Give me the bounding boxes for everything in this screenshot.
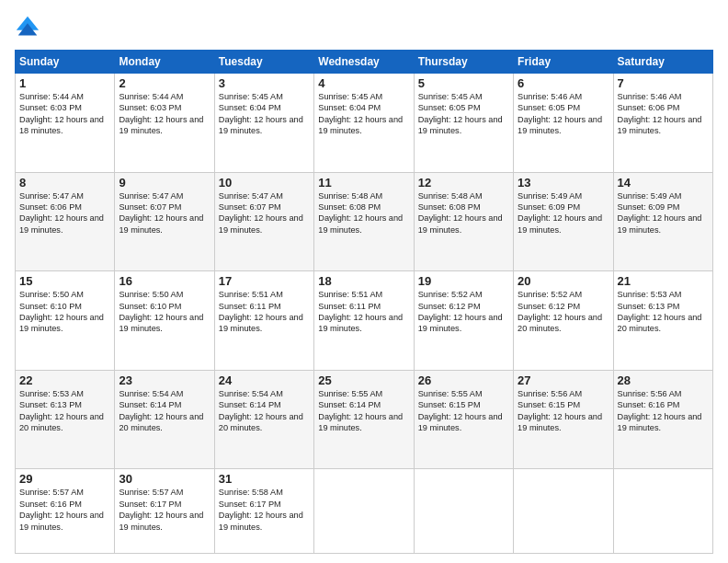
sunrise-label: Sunrise: 5:50 AM [119,290,183,299]
sunrise-label: Sunrise: 5:54 AM [119,389,183,398]
sunrise-label: Sunrise: 5:45 AM [219,92,283,101]
sunset-label: Sunset: 6:10 PM [119,302,181,311]
day-number: 24 [219,373,310,387]
sunset-label: Sunset: 6:15 PM [418,400,481,409]
day-info: Sunrise: 5:56 AM Sunset: 6:15 PM Dayligh… [518,388,609,434]
sunrise-label: Sunrise: 5:44 AM [119,92,183,101]
day-info: Sunrise: 5:55 AM Sunset: 6:14 PM Dayligh… [318,388,409,434]
sunrise-label: Sunrise: 5:46 AM [618,92,682,101]
calendar-cell: 5 Sunrise: 5:45 AM Sunset: 6:05 PM Dayli… [414,74,513,173]
sunset-label: Sunset: 6:12 PM [418,302,481,311]
day-number: 22 [19,373,110,387]
day-info: Sunrise: 5:53 AM Sunset: 6:13 PM Dayligh… [19,388,110,434]
day-info: Sunrise: 5:54 AM Sunset: 6:14 PM Dayligh… [219,388,310,434]
calendar-table: SundayMondayTuesdayWednesdayThursdayFrid… [15,50,713,554]
sunrise-label: Sunrise: 5:47 AM [19,191,84,201]
daylight-label: Daylight: 12 hours and 19 minutes. [19,313,104,333]
daylight-label: Daylight: 12 hours and 19 minutes. [219,213,303,234]
calendar-cell: 7 Sunrise: 5:46 AM Sunset: 6:06 PM Dayli… [613,74,712,173]
sunrise-label: Sunrise: 5:48 AM [418,191,483,201]
day-number: 5 [418,76,509,90]
day-info: Sunrise: 5:58 AM Sunset: 6:17 PM Dayligh… [219,487,310,533]
day-info: Sunrise: 5:52 AM Sunset: 6:12 PM Dayligh… [518,289,609,335]
day-info: Sunrise: 5:51 AM Sunset: 6:11 PM Dayligh… [219,289,310,335]
calendar-cell: 23 Sunrise: 5:54 AM Sunset: 6:14 PM Dayl… [115,370,214,469]
day-number: 9 [119,176,210,190]
sunrise-label: Sunrise: 5:58 AM [219,488,283,497]
sunset-label: Sunset: 6:16 PM [19,500,82,509]
sunset-label: Sunset: 6:08 PM [318,202,381,212]
sunrise-label: Sunrise: 5:50 AM [19,290,84,299]
day-number: 18 [318,274,409,288]
calendar-cell: 12 Sunrise: 5:48 AM Sunset: 6:08 PM Dayl… [414,172,513,271]
day-info: Sunrise: 5:47 AM Sunset: 6:07 PM Dayligh… [119,190,210,236]
daylight-label: Daylight: 12 hours and 19 minutes. [19,511,104,531]
day-info: Sunrise: 5:47 AM Sunset: 6:07 PM Dayligh… [219,190,310,236]
daylight-label: Daylight: 12 hours and 19 minutes. [418,412,503,432]
calendar-cell: 29 Sunrise: 5:57 AM Sunset: 6:16 PM Dayl… [16,469,115,554]
day-info: Sunrise: 5:45 AM Sunset: 6:04 PM Dayligh… [219,91,310,137]
sunset-label: Sunset: 6:17 PM [219,500,281,509]
sunset-label: Sunset: 6:04 PM [219,103,281,112]
sunrise-label: Sunrise: 5:51 AM [219,290,283,299]
day-number: 27 [518,373,609,387]
day-info: Sunrise: 5:54 AM Sunset: 6:14 PM Dayligh… [119,388,210,434]
daylight-label: Daylight: 12 hours and 19 minutes. [219,115,303,135]
calendar-cell [613,469,712,554]
daylight-label: Daylight: 12 hours and 19 minutes. [618,213,702,234]
daylight-label: Daylight: 12 hours and 19 minutes. [119,313,203,333]
header [15,15,713,40]
daylight-label: Daylight: 12 hours and 19 minutes. [318,313,403,333]
day-info: Sunrise: 5:46 AM Sunset: 6:06 PM Dayligh… [618,91,709,137]
sunset-label: Sunset: 6:03 PM [19,103,82,112]
calendar-cell: 15 Sunrise: 5:50 AM Sunset: 6:10 PM Dayl… [16,271,115,371]
daylight-label: Daylight: 12 hours and 19 minutes. [518,213,602,234]
calendar-cell: 27 Sunrise: 5:56 AM Sunset: 6:15 PM Dayl… [514,370,613,469]
day-number: 11 [318,176,409,190]
calendar-cell: 13 Sunrise: 5:49 AM Sunset: 6:09 PM Dayl… [514,172,613,271]
daylight-label: Daylight: 12 hours and 20 minutes. [618,313,702,333]
daylight-label: Daylight: 12 hours and 19 minutes. [219,511,303,531]
sunset-label: Sunset: 6:05 PM [418,103,481,112]
calendar-header-row: SundayMondayTuesdayWednesdayThursdayFrid… [16,51,713,74]
daylight-label: Daylight: 12 hours and 19 minutes. [119,115,203,135]
day-info: Sunrise: 5:49 AM Sunset: 6:09 PM Dayligh… [518,190,609,236]
day-info: Sunrise: 5:45 AM Sunset: 6:04 PM Dayligh… [318,91,409,137]
day-info: Sunrise: 5:57 AM Sunset: 6:17 PM Dayligh… [119,487,210,533]
day-info: Sunrise: 5:56 AM Sunset: 6:16 PM Dayligh… [618,388,709,434]
logo [15,15,44,40]
day-number: 30 [119,472,210,486]
sunrise-label: Sunrise: 5:47 AM [119,191,183,201]
calendar-cell: 9 Sunrise: 5:47 AM Sunset: 6:07 PM Dayli… [115,172,214,271]
calendar-day-header: Friday [514,51,613,74]
sunrise-label: Sunrise: 5:51 AM [318,290,382,299]
calendar-cell: 20 Sunrise: 5:52 AM Sunset: 6:12 PM Dayl… [514,271,613,371]
day-number: 26 [418,373,509,387]
sunrise-label: Sunrise: 5:44 AM [19,92,84,101]
calendar-week-row: 29 Sunrise: 5:57 AM Sunset: 6:16 PM Dayl… [16,469,713,554]
daylight-label: Daylight: 12 hours and 19 minutes. [418,313,503,333]
day-number: 28 [618,373,709,387]
sunrise-label: Sunrise: 5:49 AM [618,191,682,201]
sunrise-label: Sunrise: 5:57 AM [19,488,84,497]
sunrise-label: Sunrise: 5:52 AM [518,290,582,299]
sunset-label: Sunset: 6:08 PM [418,202,481,212]
sunset-label: Sunset: 6:14 PM [219,400,281,409]
sunrise-label: Sunrise: 5:54 AM [219,389,283,398]
calendar-cell: 2 Sunrise: 5:44 AM Sunset: 6:03 PM Dayli… [115,74,214,173]
day-number: 1 [19,76,110,90]
sunset-label: Sunset: 6:06 PM [19,202,82,212]
sunrise-label: Sunrise: 5:45 AM [318,92,382,101]
sunrise-label: Sunrise: 5:49 AM [518,191,582,201]
sunset-label: Sunset: 6:14 PM [119,400,181,409]
day-info: Sunrise: 5:51 AM Sunset: 6:11 PM Dayligh… [318,289,409,335]
day-info: Sunrise: 5:50 AM Sunset: 6:10 PM Dayligh… [119,289,210,335]
calendar-cell: 28 Sunrise: 5:56 AM Sunset: 6:16 PM Dayl… [613,370,712,469]
sunrise-label: Sunrise: 5:57 AM [119,488,183,497]
daylight-label: Daylight: 12 hours and 20 minutes. [518,313,602,333]
calendar-cell: 18 Sunrise: 5:51 AM Sunset: 6:11 PM Dayl… [314,271,414,371]
page-container: SundayMondayTuesdayWednesdayThursdayFrid… [0,0,728,563]
daylight-label: Daylight: 12 hours and 19 minutes. [518,412,602,432]
calendar-cell: 26 Sunrise: 5:55 AM Sunset: 6:15 PM Dayl… [414,370,513,469]
sunrise-label: Sunrise: 5:55 AM [318,389,382,398]
